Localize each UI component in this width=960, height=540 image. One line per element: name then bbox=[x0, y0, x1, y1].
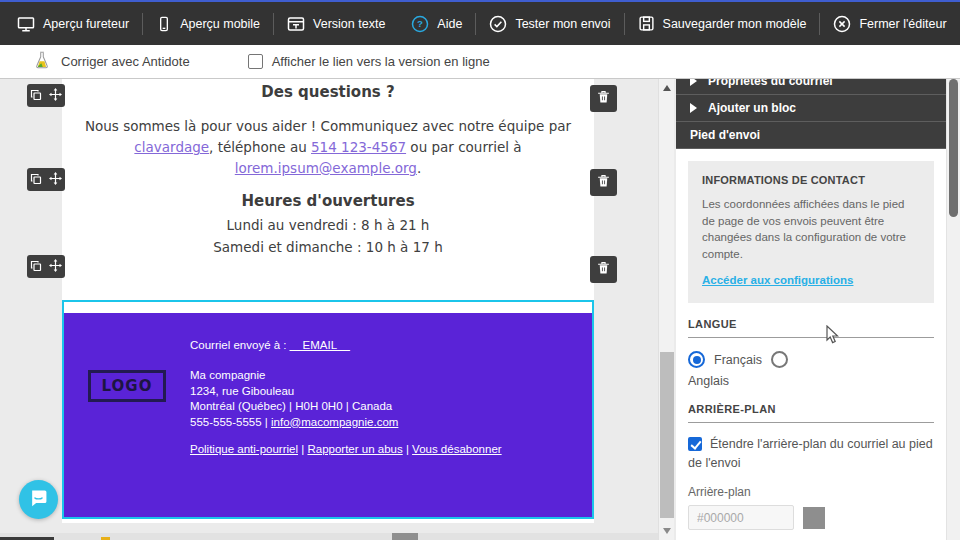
anti-spam-policy-link[interactable]: Politique anti-pourriel bbox=[190, 443, 298, 455]
contact-info-panel: INFORMATIONS DE CONTACT Les coordonnées … bbox=[688, 161, 934, 303]
scroll-up-arrow-icon[interactable] bbox=[663, 85, 671, 91]
delete-block-button-3[interactable] bbox=[590, 256, 617, 283]
email-address-link[interactable]: lorem.ipsum@example.org bbox=[235, 160, 417, 176]
move-icon[interactable] bbox=[49, 171, 62, 189]
save-template-button[interactable]: Sauvegarder mon modèle bbox=[625, 15, 820, 32]
copy-icon[interactable] bbox=[30, 87, 42, 105]
background-color-row bbox=[688, 505, 934, 530]
paragraph-text: , téléphone au bbox=[209, 139, 311, 155]
canvas-scrollbar-thumb[interactable] bbox=[660, 352, 674, 518]
extend-background-option[interactable]: Étendre l'arrière-plan du courriel au pi… bbox=[688, 435, 946, 473]
text-version-button[interactable]: Version texte bbox=[274, 15, 398, 33]
scroll-down-arrow-icon[interactable] bbox=[663, 528, 671, 534]
text-version-label: Version texte bbox=[313, 17, 385, 31]
settings-sidebar: Propriétés du courriel Ajouter un bloc P… bbox=[676, 79, 946, 540]
background-color-input[interactable] bbox=[688, 505, 794, 530]
company-phone: 555-555-5555 bbox=[190, 416, 262, 428]
email-contact-paragraph[interactable]: Nous sommes là pour vous aider ! Communi… bbox=[62, 116, 594, 179]
help-label: Aide bbox=[437, 17, 462, 31]
logo-text: LOGO bbox=[102, 377, 153, 395]
footer-legal-links: Politique anti-pourriel | Rapporter un a… bbox=[190, 443, 502, 455]
language-options: Français bbox=[688, 351, 934, 368]
footer-company-info: Ma compagnie 1234, rue Gibouleau Montréa… bbox=[190, 368, 398, 430]
chat-bubble-icon bbox=[29, 488, 48, 511]
company-phone-line: 555-555-5555 | info@macompagnie.com bbox=[190, 415, 398, 431]
block-handle-2[interactable] bbox=[27, 168, 65, 191]
online-version-toggle[interactable]: Afficher le lien vers la version en lign… bbox=[248, 54, 490, 69]
chat-link[interactable]: clavardage bbox=[134, 139, 209, 155]
delete-block-button-2[interactable] bbox=[590, 169, 617, 196]
language-section: LANGUE Français Anglais bbox=[688, 318, 934, 388]
delete-block-button-1[interactable] bbox=[590, 85, 617, 112]
company-address2: Montréal (Québec) | H0H 0H0 | Canada bbox=[190, 399, 398, 415]
email-editor-screen: Aperçu fureteur Aperçu mobile bbox=[0, 0, 960, 540]
contact-info-body: Les coordonnées affichées dans le pied d… bbox=[702, 196, 920, 262]
paragraph-line: Nous sommes là pour vous aider ! Communi… bbox=[85, 118, 571, 134]
extend-background-label: Étendre l'arrière-plan du courriel au pi… bbox=[688, 437, 933, 470]
toolbar-right-group: ? Aide Tester mon envoi bbox=[398, 2, 959, 45]
unsubscribe-link[interactable]: Vous désabonner bbox=[412, 443, 502, 455]
background-section-title: ARRIÈRE-PLAN bbox=[688, 403, 934, 423]
horizontal-scrollbar-thumb[interactable] bbox=[392, 533, 418, 540]
language-section-title: LANGUE bbox=[688, 318, 934, 338]
canvas-vertical-scrollbar[interactable] bbox=[658, 79, 674, 540]
browser-preview-button[interactable]: Aperçu fureteur bbox=[4, 15, 142, 33]
sent-to-email-placeholder: __EMAIL__ bbox=[290, 339, 350, 351]
sidebar-section-footer[interactable]: Pied d'envoi bbox=[676, 122, 946, 149]
canvas-horizontal-scrollbar[interactable] bbox=[0, 533, 658, 540]
chevron-right-icon bbox=[690, 103, 697, 113]
block-handle-3[interactable] bbox=[27, 255, 65, 278]
selected-footer-block[interactable]: Courriel envoyé à : __EMAIL__ LOGO Ma co… bbox=[62, 300, 594, 519]
mobile-preview-button[interactable]: Aperçu mobile bbox=[143, 15, 273, 33]
mobile-preview-label: Aperçu mobile bbox=[180, 17, 260, 31]
sidebar-section-add-block[interactable]: Ajouter un bloc bbox=[676, 95, 946, 122]
move-icon[interactable] bbox=[49, 87, 62, 105]
help-icon: ? bbox=[411, 15, 429, 33]
radio-french-label[interactable]: Français bbox=[714, 353, 762, 367]
extend-background-checkbox[interactable] bbox=[688, 437, 702, 451]
background-field-label: Arrière-plan bbox=[688, 485, 934, 499]
radio-french[interactable] bbox=[688, 351, 705, 368]
test-send-button[interactable]: Tester mon envoi bbox=[476, 15, 623, 33]
close-editor-button[interactable]: Fermer l'éditeur bbox=[820, 15, 959, 33]
color-swatch-button[interactable] bbox=[803, 507, 825, 529]
separator-text: | bbox=[403, 443, 412, 455]
company-email-link[interactable]: info@macompagnie.com bbox=[271, 416, 398, 428]
trash-icon bbox=[597, 261, 610, 279]
sidebar-accordion: Propriétés du courriel Ajouter un bloc P… bbox=[676, 79, 946, 149]
access-configurations-link[interactable]: Accéder aux configurations bbox=[702, 274, 853, 286]
online-version-label: Afficher le lien vers la version en lign… bbox=[272, 54, 490, 69]
check-circle-icon bbox=[489, 15, 507, 33]
footer-logo: LOGO bbox=[88, 370, 166, 402]
radio-english[interactable] bbox=[771, 351, 788, 368]
email-hours-line2[interactable]: Samedi et dimanche : 10 h à 17 h bbox=[62, 244, 594, 250]
sidebar-scrollbar-thumb[interactable] bbox=[949, 79, 958, 217]
text-version-icon bbox=[287, 15, 305, 33]
section-label: Pied d'envoi bbox=[690, 128, 760, 142]
online-version-checkbox[interactable] bbox=[248, 54, 263, 69]
mobile-icon bbox=[156, 15, 172, 33]
flask-icon bbox=[34, 51, 50, 72]
move-icon[interactable] bbox=[49, 258, 62, 276]
company-address1: 1234, rue Gibouleau bbox=[190, 384, 398, 400]
phone-link[interactable]: 514 123-4567 bbox=[311, 139, 406, 155]
email-hours-line1[interactable]: Lundi au vendredi : 8 h à 21 h bbox=[62, 222, 594, 228]
sidebar-scrollbar[interactable] bbox=[946, 79, 960, 540]
antidote-correct-button[interactable]: Corriger avec Antidote bbox=[34, 51, 190, 72]
close-editor-label: Fermer l'éditeur bbox=[859, 17, 946, 31]
copy-icon[interactable] bbox=[30, 171, 42, 189]
separator-text: | bbox=[262, 416, 271, 428]
block-handle-1[interactable] bbox=[27, 84, 65, 107]
live-chat-button[interactable] bbox=[19, 480, 58, 519]
copy-icon[interactable] bbox=[30, 258, 42, 276]
email-questions-heading[interactable]: Des questions ? bbox=[62, 79, 594, 101]
svg-text:?: ? bbox=[417, 18, 423, 29]
sidebar-section-email-properties[interactable]: Propriétés du courriel bbox=[676, 79, 946, 95]
email-hours-heading[interactable]: Heures d'ouvertures bbox=[62, 192, 594, 210]
trash-icon bbox=[597, 90, 610, 108]
top-toolbar: Aperçu fureteur Aperçu mobile bbox=[0, 0, 960, 45]
report-abuse-link[interactable]: Rapporter un abus bbox=[307, 443, 402, 455]
paragraph-text: ou par courriel à bbox=[406, 139, 522, 155]
help-button[interactable]: ? Aide bbox=[398, 15, 475, 33]
radio-english-label[interactable]: Anglais bbox=[688, 374, 934, 388]
